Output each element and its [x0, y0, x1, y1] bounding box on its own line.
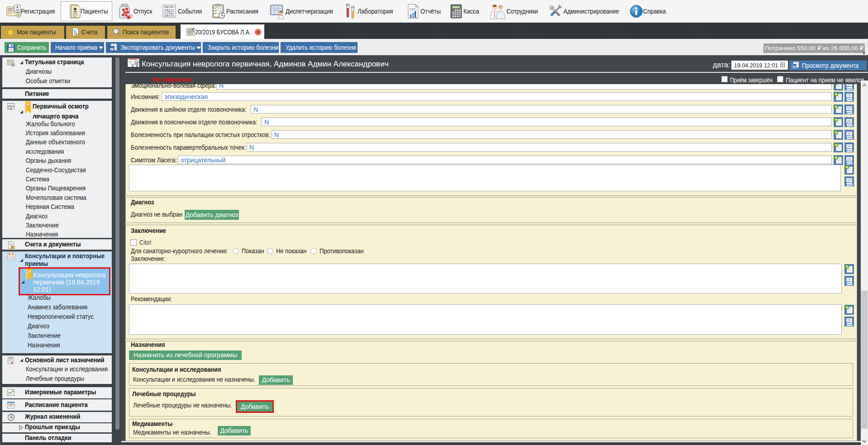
svg-text:W: W	[793, 65, 796, 69]
svg-text:W: W	[110, 47, 114, 52]
